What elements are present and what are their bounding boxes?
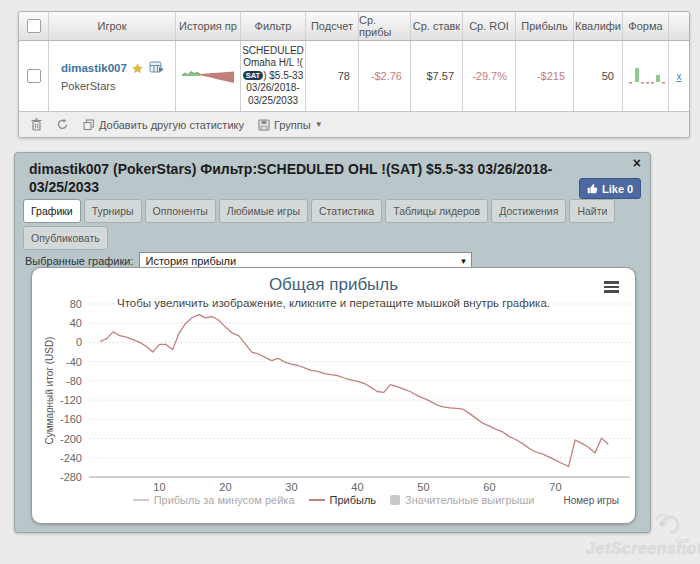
col-header-spacer [669,12,689,40]
row-close-link[interactable]: x [677,71,682,82]
tab-statistics[interactable]: Статистика [311,199,382,223]
col-header-count[interactable]: Подсчет [306,12,359,40]
svg-text:40: 40 [70,317,82,329]
legend-line-icon [133,499,149,501]
groups-label: Группы [274,119,311,131]
filter-text: SCHEDULED Omaha H/L !(SAT) $5.5-33 03/26… [242,45,304,108]
groups-caret-icon: ▼ [315,120,323,129]
player-site: PokerStars [61,80,115,92]
select-all-checkbox[interactable] [27,19,41,33]
legend-item-significant-wins[interactable]: Значительные выигрыши [390,494,534,506]
col-header-avg-stake[interactable]: Ср. ставк [411,12,463,40]
form-bars-icon [627,64,665,88]
panel-title: dimastik007 (PokerStars) Фильтр:SCHEDULE… [29,160,589,196]
page: Игрок История пр Фильтр Подсчет Ср. приб… [0,0,700,564]
badge-star-icon: ★ [132,62,144,75]
tab-charts[interactable]: Графики [23,199,81,223]
tab-find[interactable]: Найти [569,199,615,223]
qualify-value: 50 [574,41,623,111]
row-extra-cell: x [669,41,689,111]
avg-stake-value: $7.57 [411,41,463,111]
svg-text:50: 50 [417,481,429,493]
legend-item-profit[interactable]: Прибыль [309,494,377,506]
table-row: dimastik007 ★ PokerStars [19,41,689,111]
table-toolbar: Добавить другую статистику Группы ▼ [19,111,689,137]
player-panel: dimastik007 (PokerStars) Фильтр:SCHEDULE… [14,152,651,533]
tabs-row-2: Опубликовать [23,226,108,250]
chart-select-label: Выбранные графики: [25,255,133,267]
col-header-player[interactable]: Игрок [49,12,176,40]
player-cell: dimastik007 ★ PokerStars [49,41,176,111]
svg-text:-80: -80 [66,375,82,387]
col-header-filter[interactable]: Фильтр [241,12,306,40]
row-select-cell [19,41,49,111]
trash-icon [31,118,42,131]
history-sparkline-cell[interactable] [176,41,241,111]
filter-cell: SCHEDULED Omaha H/L !(SAT) $5.5-33 03/26… [241,41,306,111]
row-checkbox[interactable] [27,69,41,83]
chart-legend: Прибыль за минусом рейка Прибыль Значите… [32,494,635,506]
svg-text:-280: -280 [60,471,82,483]
col-header-avg-profit[interactable]: Ср. прибы [359,12,411,40]
count-value: 78 [306,41,359,111]
svg-text:-160: -160 [60,413,82,425]
chart-select-value: История прибыли [145,255,236,267]
svg-text:70: 70 [549,481,561,493]
sat-badge: SAT [243,71,263,80]
chart-select-arrow-icon: ▼ [460,257,468,266]
refresh-button[interactable] [56,118,69,131]
form-cell [623,41,669,111]
copy-icon [83,119,95,131]
swirl-logo-icon [642,510,682,540]
save-disk-icon [258,119,270,131]
svg-text:0: 0 [76,336,82,348]
legend-item-profit-minus-rake[interactable]: Прибыль за минусом рейка [133,494,295,506]
schedule-table-icon[interactable] [149,61,165,76]
tab-opponents[interactable]: Оппоненты [145,199,216,223]
col-header-avg-roi[interactable]: Ср. ROI [463,12,516,40]
col-header-form[interactable]: Форма [623,12,669,40]
legend-line-icon [309,499,325,501]
groups-button[interactable]: Группы ▼ [258,119,323,131]
panel-close-button[interactable]: × [633,155,641,171]
svg-text:-40: -40 [66,356,82,368]
refresh-icon [56,118,69,131]
history-sparkline-icon [180,65,236,87]
svg-text:40: 40 [351,481,363,493]
like-label: Like 0 [602,183,633,195]
select-all-cell [19,12,49,40]
profit-chart-svg[interactable]: 80400-40-80-120-160-200-240-280102030405… [32,268,635,523]
table-header-row: Игрок История пр Фильтр Подсчет Ср. приб… [19,12,689,41]
profit-value: -$215 [516,41,574,111]
tab-favorite-games[interactable]: Любимые игры [219,199,308,223]
stats-table: Игрок История пр Фильтр Подсчет Ср. приб… [18,11,690,138]
tab-achievements[interactable]: Достижения [491,199,566,223]
col-header-profit[interactable]: Прибыль [516,12,574,40]
avg-roi-value: -29.7% [463,41,516,111]
add-statistic-button[interactable]: Добавить другую статистику [83,119,244,131]
profit-chart: Общая прибыль Чтобы увеличить изображени… [31,267,636,524]
svg-text:60: 60 [483,481,495,493]
svg-text:80: 80 [70,298,82,310]
svg-text:30: 30 [285,481,297,493]
tab-tournaments[interactable]: Турниры [84,199,142,223]
jetscreenshot-watermark: JetScreenshot com [586,514,696,560]
svg-text:-120: -120 [60,394,82,406]
tab-leaderboards[interactable]: Таблицы лидеров [385,199,488,223]
col-header-qualify[interactable]: Квалифи [574,12,623,40]
player-name-link[interactable]: dimastik007 [61,62,127,74]
tabs-row-1: Графики Турниры Оппоненты Любимые игры С… [23,199,615,223]
legend-box-icon [390,495,400,505]
delete-button[interactable] [31,118,42,131]
svg-text:-240: -240 [60,452,82,464]
add-statistic-label: Добавить другую статистику [99,119,244,131]
col-header-history[interactable]: История пр [176,12,241,40]
tab-publish[interactable]: Опубликовать [23,226,108,250]
avg-profit-value: -$2.76 [359,41,411,111]
svg-text:10: 10 [153,481,165,493]
svg-text:-200: -200 [60,433,82,445]
svg-text:20: 20 [219,481,231,493]
facebook-like-button[interactable]: Like 0 [579,178,641,199]
thumb-up-icon [587,183,598,194]
